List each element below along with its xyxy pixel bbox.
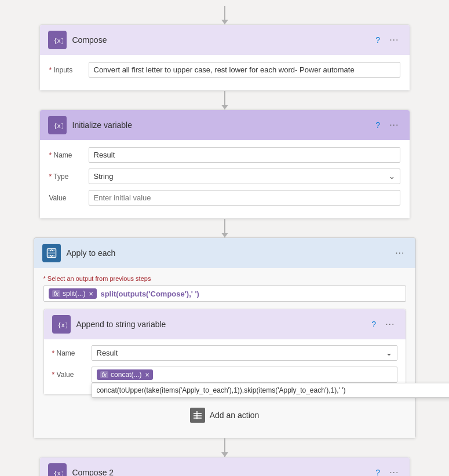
apply-each-icon-box bbox=[42, 244, 61, 262]
init-var-value-label: Value bbox=[49, 190, 84, 202]
svg-text:{x}: {x} bbox=[53, 122, 63, 129]
apply-each-header: Apply to each ··· bbox=[34, 238, 415, 268]
init-var-name-label: Name bbox=[49, 147, 84, 159]
append-name-value: Result bbox=[97, 349, 118, 357]
init-var-value-row: Value bbox=[49, 190, 400, 206]
append-string-actions: ? ··· bbox=[369, 318, 397, 331]
append-string-card: {x} Append to string variable ? ··· Name… bbox=[43, 309, 406, 395]
append-string-body: Name Result ⌄ Value fx bbox=[44, 339, 406, 394]
compose2-header-actions: ? ··· bbox=[373, 466, 401, 476]
apply-each-card: Apply to each ··· * Select an output fro… bbox=[34, 237, 416, 438]
compose2-icon-box: {x} bbox=[48, 463, 67, 476]
compose-card: {x} Compose ? ··· Inputs bbox=[39, 24, 410, 91]
split-token-row: fx split(...) ✕ split(outputs('Compose')… bbox=[43, 285, 406, 302]
top-connector bbox=[224, 6, 225, 24]
concat-tooltip: concat(toUpper(take(items('Apply_to_each… bbox=[92, 383, 450, 398]
init-var-type-label: Type bbox=[49, 169, 84, 181]
init-var-type-row: Type String ⌄ bbox=[49, 169, 400, 184]
compose-card-header: {x} Compose ? ··· bbox=[40, 25, 410, 55]
compose-help-button[interactable]: ? bbox=[373, 34, 382, 46]
add-action-row[interactable]: Add an action bbox=[43, 402, 406, 429]
svg-text:{x}: {x} bbox=[57, 321, 67, 328]
split-fx-label: fx bbox=[52, 290, 61, 297]
init-var-title: Initialize variable bbox=[72, 120, 368, 130]
concat-tooltip-text: concat(toUpper(take(items('Apply_to_each… bbox=[97, 386, 346, 394]
svg-text:{x}: {x} bbox=[53, 470, 63, 477]
compose2-title: Compose 2 bbox=[72, 468, 368, 476]
init-var-card: {x} Initialize variable ? ··· Name Type … bbox=[39, 109, 410, 219]
init-var-icon-box: {x} bbox=[48, 116, 67, 134]
init-var-body: Name Type String ⌄ Value bbox=[40, 140, 410, 218]
apply-each-more-button[interactable]: ··· bbox=[393, 247, 407, 259]
append-code-icon: {x} bbox=[56, 319, 67, 329]
concat-token-row: fx concat(...) ✕ bbox=[92, 367, 397, 383]
init-var-header-actions: ? ··· bbox=[373, 119, 401, 131]
init-var-more-button[interactable]: ··· bbox=[387, 119, 401, 131]
apply-each-body: * Select an output from previous steps f… bbox=[34, 268, 415, 438]
compose-title: Compose bbox=[72, 35, 368, 45]
table-add-icon bbox=[193, 411, 202, 420]
append-string-title: Append to string variable bbox=[76, 320, 364, 329]
apply-each-title: Apply to each bbox=[67, 248, 388, 258]
connector-1 bbox=[224, 91, 225, 109]
svg-rect-7 bbox=[196, 411, 198, 419]
split-formula-text: split(outputs('Compose'),' ') bbox=[100, 290, 199, 298]
apply-each-header-actions: ··· bbox=[393, 247, 407, 259]
append-name-row: Name Result ⌄ bbox=[52, 345, 397, 361]
init-var-name-row: Name bbox=[49, 147, 400, 163]
compose2-header: {x} Compose 2 ? ··· bbox=[40, 457, 410, 476]
compose-icon-box: {x} bbox=[48, 31, 67, 49]
chevron-down-icon-2: ⌄ bbox=[386, 349, 392, 357]
init-var-name-field[interactable] bbox=[89, 147, 400, 163]
append-more-button[interactable]: ··· bbox=[383, 318, 397, 331]
init-var-type-select[interactable]: String ⌄ bbox=[89, 169, 400, 184]
compose-inputs-label: Inputs bbox=[49, 62, 84, 74]
init-var-header: {x} Initialize variable ? ··· bbox=[40, 110, 410, 140]
concat-fx-label: fx bbox=[100, 371, 109, 378]
init-var-value-field[interactable] bbox=[89, 190, 400, 206]
compose2-code-icon: {x} bbox=[52, 467, 63, 476]
append-name-select[interactable]: Result ⌄ bbox=[92, 345, 397, 361]
code-icon: {x} bbox=[52, 35, 63, 45]
init-var-type-value: String bbox=[94, 172, 114, 181]
var-code-icon: {x} bbox=[52, 120, 63, 130]
split-token-label: split(...) bbox=[63, 290, 85, 298]
compose-inputs-row: Inputs bbox=[49, 62, 400, 78]
append-help-button[interactable]: ? bbox=[369, 318, 378, 330]
add-action-icon bbox=[190, 408, 205, 423]
compose-card-body: Inputs bbox=[40, 55, 410, 90]
add-action-label[interactable]: Add an action bbox=[210, 411, 260, 420]
compose-more-button[interactable]: ··· bbox=[387, 34, 401, 46]
svg-text:{x}: {x} bbox=[53, 37, 63, 44]
concat-token-close[interactable]: ✕ bbox=[145, 372, 149, 378]
append-value-row: Value fx concat(...) ✕ concat(toUpper( bbox=[52, 367, 397, 383]
append-name-label: Name bbox=[52, 345, 87, 357]
chevron-down-icon: ⌄ bbox=[389, 172, 395, 181]
concat-token-chip[interactable]: fx concat(...) ✕ bbox=[97, 369, 154, 380]
compose2-card: {x} Compose 2 ? ··· Inputs {x} Result ✕ bbox=[39, 457, 410, 476]
append-string-header: {x} Append to string variable ? ··· bbox=[44, 309, 406, 339]
compose2-more-button[interactable]: ··· bbox=[387, 466, 401, 476]
compose-header-actions: ? ··· bbox=[373, 34, 401, 46]
loop-icon bbox=[46, 248, 57, 258]
append-icon-box: {x} bbox=[52, 315, 71, 334]
append-value-label: Value bbox=[52, 367, 87, 379]
split-token-chip[interactable]: fx split(...) ✕ bbox=[49, 288, 97, 299]
connector-3 bbox=[224, 438, 225, 457]
select-output-label: * Select an output from previous steps bbox=[43, 275, 406, 282]
flow-container: {x} Compose ? ··· Inputs {x} Initialize … bbox=[0, 0, 449, 476]
compose-inputs-field[interactable] bbox=[89, 62, 400, 78]
init-var-help-button[interactable]: ? bbox=[373, 119, 382, 131]
split-token-close[interactable]: ✕ bbox=[89, 291, 93, 297]
compose2-help-button[interactable]: ? bbox=[373, 467, 382, 476]
connector-2 bbox=[224, 219, 225, 237]
concat-token-label: concat(...) bbox=[111, 371, 141, 379]
